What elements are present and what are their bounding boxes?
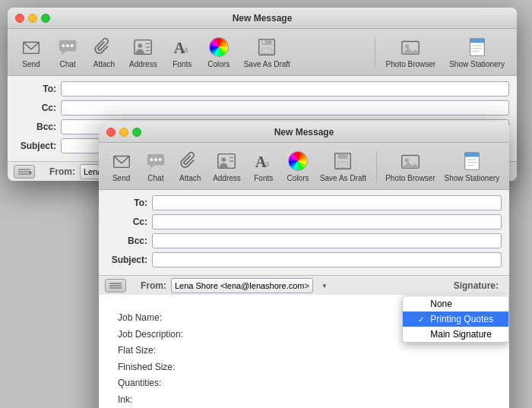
signature-none-option[interactable]: None [403, 296, 508, 312]
front-subject-label: Subject: [106, 255, 152, 265]
stationery-icon [466, 36, 489, 59]
svg-text:a: a [184, 43, 188, 55]
photo-icon [399, 36, 422, 59]
back-toolbar: Send Chat Attach [8, 29, 517, 76]
back-photo-button[interactable]: Photo Browser [380, 33, 442, 71]
front-stationery-button[interactable]: Show Stationery [441, 147, 503, 185]
front-bcc-input[interactable] [152, 233, 502, 248]
svg-rect-15 [262, 40, 272, 45]
front-photo-label: Photo Browser [385, 174, 435, 182]
back-attach-label: Attach [93, 60, 115, 68]
front-colors-icon [287, 150, 309, 172]
svg-marker-20 [402, 48, 419, 54]
front-address-label: Address [213, 174, 241, 182]
quantities-line: Quantities: [118, 375, 490, 392]
front-to-row: To: [106, 195, 502, 211]
front-send-label: Send [112, 174, 130, 182]
front-chat-button[interactable]: Chat [139, 147, 172, 185]
signature-printing-quotes-option[interactable]: ✓ Printing Quotes [403, 312, 508, 327]
ink-line: Ink: [118, 392, 490, 408]
front-bcc-label: Bcc: [106, 236, 152, 246]
front-send-icon [110, 150, 133, 172]
close-button-front[interactable] [106, 128, 116, 137]
minimize-button-front[interactable] [119, 128, 128, 137]
back-fonts-button[interactable]: A a Fonts [165, 33, 200, 71]
subject-label: Subject: [15, 141, 61, 151]
back-colors-label: Colors [207, 60, 230, 68]
svg-point-6 [71, 44, 74, 47]
back-stationery-button[interactable]: Show Stationery [443, 33, 511, 71]
maximize-button-back[interactable] [41, 14, 50, 23]
svg-point-34 [154, 158, 157, 161]
compose-button[interactable] [14, 165, 35, 179]
front-save-button[interactable]: Save As Draft [316, 147, 371, 185]
front-subject-input[interactable] [152, 252, 502, 267]
front-colors-button[interactable]: Colors [281, 147, 314, 185]
front-send-button[interactable]: Send [105, 147, 138, 185]
svg-rect-22 [470, 39, 484, 43]
svg-point-37 [222, 157, 226, 162]
svg-rect-44 [338, 162, 348, 167]
back-send-label: Send [22, 60, 40, 68]
back-titlebar: New Message [8, 8, 517, 29]
front-from-select[interactable]: Lena Shore <lena@lenashore.com> [171, 278, 313, 293]
svg-marker-47 [402, 162, 419, 168]
front-save-icon [331, 150, 354, 172]
front-address-button[interactable]: Address [208, 147, 245, 185]
back-chat-label: Chat [59, 60, 75, 68]
front-photo-icon [399, 150, 422, 172]
signature-main-option[interactable]: Main Signature [403, 327, 508, 342]
to-label: To: [15, 84, 61, 94]
front-stationery-icon [461, 150, 483, 172]
back-address-label: Address [129, 60, 157, 68]
back-chat-button[interactable]: Chat [50, 33, 85, 71]
svg-point-8 [138, 43, 143, 48]
back-address-button[interactable]: Address [123, 33, 163, 71]
svg-point-35 [159, 158, 162, 161]
front-toolbar: Send Chat Attach [99, 143, 509, 190]
back-send-button[interactable]: Send [14, 33, 49, 71]
address-icon [131, 36, 154, 59]
printing-quotes-label: Printing Quotes [430, 314, 493, 324]
front-colors-label: Colors [287, 174, 309, 182]
front-signature-label: Signature: [454, 280, 503, 291]
cc-label: Cc: [15, 103, 61, 113]
svg-marker-32 [150, 166, 155, 169]
svg-text:a: a [265, 157, 270, 169]
front-window-title: New Message [274, 127, 334, 138]
front-fonts-button[interactable]: A a Fonts [247, 147, 280, 185]
front-attach-icon [179, 150, 201, 172]
minimize-button-back[interactable] [28, 14, 37, 23]
to-input[interactable] [61, 81, 509, 96]
maximize-button-front[interactable] [132, 128, 141, 137]
front-subject-row: Subject: [106, 251, 502, 268]
fonts-icon: A a [171, 36, 194, 59]
attach-icon [93, 36, 116, 59]
svg-point-5 [66, 44, 69, 47]
back-attach-button[interactable]: Attach [87, 33, 122, 71]
front-window: New Message Send Chat [99, 122, 509, 408]
flat-size-line: Flat Size: [118, 343, 490, 359]
front-fonts-icon: A a [252, 150, 275, 172]
back-save-button[interactable]: Save As Draft [238, 33, 296, 71]
back-colors-button[interactable]: Colors [201, 33, 236, 71]
close-button-back[interactable] [15, 14, 24, 23]
back-window-title: New Message [233, 13, 293, 24]
front-compose-button[interactable] [105, 279, 126, 293]
back-stationery-label: Show Stationery [449, 60, 505, 68]
svg-rect-49 [465, 153, 480, 157]
front-to-input[interactable] [152, 195, 502, 210]
to-row: To: [15, 81, 509, 97]
cc-input[interactable] [61, 100, 509, 115]
front-from-label: From: [129, 280, 171, 291]
front-form: To: Cc: Bcc: Subject: [99, 190, 509, 275]
front-fonts-label: Fonts [254, 174, 273, 182]
front-attach-button[interactable]: Attach [174, 147, 207, 185]
front-cc-row: Cc: [106, 213, 502, 230]
bcc-label: Bcc: [15, 122, 61, 132]
svg-point-4 [62, 44, 65, 47]
front-bcc-row: Bcc: [106, 232, 502, 249]
back-fonts-label: Fonts [173, 60, 192, 68]
front-cc-input[interactable] [152, 214, 502, 229]
front-photo-button[interactable]: Photo Browser [382, 147, 439, 185]
